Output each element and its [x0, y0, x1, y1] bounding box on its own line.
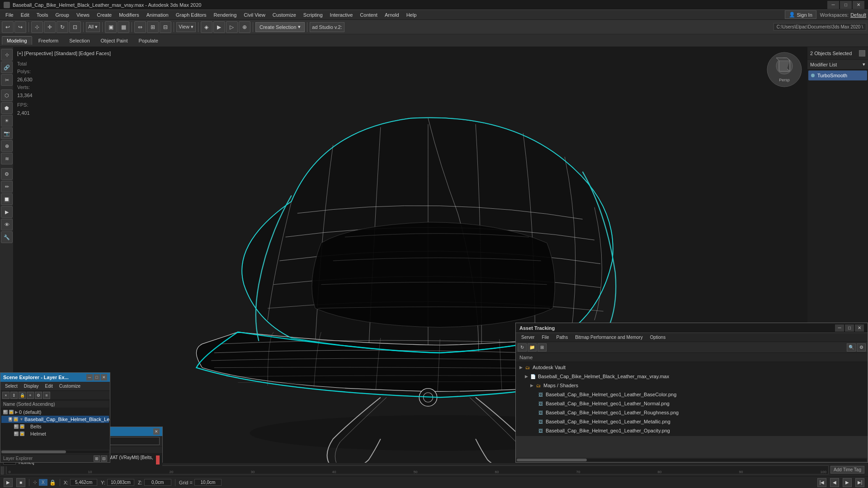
tab-modeling[interactable]: Modeling: [2, 36, 32, 45]
at-row-vault[interactable]: ▶ 🗂 Autodesk Vault: [516, 363, 868, 372]
link-btn[interactable]: 🔗: [1, 61, 13, 73]
menu-arnold[interactable]: Arnold: [381, 10, 403, 20]
sb-grid-value[interactable]: 10,0cm: [194, 479, 222, 486]
lights-btn[interactable]: ☀: [1, 115, 13, 127]
modifier-turbosmooth[interactable]: TurboSmooth: [808, 70, 867, 80]
menu-interactive[interactable]: Interactive: [326, 10, 357, 20]
mb-close-btn[interactable]: ✕: [153, 428, 160, 435]
at-scrollbar[interactable]: [516, 458, 868, 462]
menu-create[interactable]: Create: [93, 10, 115, 20]
filter-dropdown[interactable]: All ▾: [86, 22, 100, 32]
add-time-tag-btn[interactable]: Add Time Tag: [830, 466, 864, 474]
se-item-layer0[interactable]: 👁 🔒 ▶ 0 (default): [1, 408, 109, 416]
cameras-btn[interactable]: 📷: [1, 127, 13, 139]
tab-object-paint[interactable]: Object Paint: [96, 37, 132, 45]
paint-btn[interactable]: ✏: [1, 181, 13, 192]
display-btn[interactable]: 👁: [1, 219, 13, 230]
motion-btn[interactable]: ▶: [1, 206, 13, 218]
menu-graph-editors[interactable]: Graph Editors: [172, 10, 210, 20]
move-button[interactable]: ✛: [44, 21, 56, 33]
at-row-normal[interactable]: 🖼 Baseball_Cap_Bike_Helmet_geo1_Leather_…: [516, 399, 868, 408]
at-close-btn[interactable]: ✕: [855, 324, 864, 332]
timeline-play-btn[interactable]: [1, 465, 4, 474]
at-menu-file[interactable]: File: [538, 334, 552, 341]
sb-stop-btn[interactable]: ■: [16, 478, 25, 487]
menu-help[interactable]: Help: [403, 10, 420, 20]
menu-group[interactable]: Group: [52, 10, 73, 20]
at-minimize-btn[interactable]: ─: [835, 324, 844, 332]
se-menu-select[interactable]: Select: [2, 383, 20, 389]
at-scroll-thumb[interactable]: [517, 459, 587, 461]
sb-frame-next-btn[interactable]: ▶|: [855, 478, 864, 487]
se-lock-btn[interactable]: 🔒: [19, 392, 26, 399]
sb-frame-prev-btn[interactable]: |◀: [817, 478, 826, 487]
menu-civil-view[interactable]: Civil View: [240, 10, 269, 20]
se-menu-customize[interactable]: Customize: [57, 383, 83, 389]
select-region-button[interactable]: ▣: [105, 21, 117, 33]
menu-animation[interactable]: Animation: [143, 10, 172, 20]
menu-tools[interactable]: Tools: [33, 10, 52, 20]
menu-scripting[interactable]: Scripting: [300, 10, 326, 20]
scene-btn[interactable]: 🔲: [1, 193, 13, 205]
view-dropdown[interactable]: View ▾: [176, 22, 196, 32]
at-refresh-btn[interactable]: ↻: [518, 343, 527, 352]
sb-x-value[interactable]: 5,462cm: [70, 479, 97, 486]
sb-y-value[interactable]: 10,083cm: [107, 479, 134, 486]
renderer-btn[interactable]: ◈: [201, 21, 212, 33]
at-menu-bitmap[interactable]: Bitmap Performance and Memory: [571, 334, 646, 341]
close-button[interactable]: ✕: [853, 1, 864, 9]
at-row-metallic[interactable]: 🖼 Baseball_Cap_Bike_Helmet_geo1_Leather_…: [516, 417, 868, 426]
se-item-helmet[interactable]: 👁 🔒 Helmet: [1, 430, 109, 437]
menu-content[interactable]: Content: [356, 10, 381, 20]
mirror-button[interactable]: ⇔: [134, 21, 146, 33]
select-object-btn[interactable]: ⊹: [1, 49, 13, 61]
se-more-btn[interactable]: ≡: [43, 392, 50, 399]
unlink-btn[interactable]: ✂: [1, 74, 13, 86]
at-folder-btn[interactable]: 📁: [528, 343, 537, 352]
ad-studio-dropdown[interactable]: ad Studio v.2:: [310, 22, 344, 32]
menu-views[interactable]: Views: [73, 10, 93, 20]
render3-btn[interactable]: ⊕: [239, 21, 250, 33]
at-row-maxfile[interactable]: ▶ 📄 Baseball_Cap_Bike_Helmet_Black_Leath…: [516, 372, 868, 381]
se-footer-btn2[interactable]: ⊟: [101, 455, 107, 462]
menu-modifiers[interactable]: Modifiers: [115, 10, 143, 20]
redo-button[interactable]: ↪: [14, 21, 26, 33]
se-footer-btn1[interactable]: ⊞: [94, 455, 100, 462]
undo-button[interactable]: ↩: [2, 21, 14, 33]
workspace-value[interactable]: Default: [850, 12, 866, 18]
render2-btn[interactable]: ▷: [226, 21, 238, 33]
render-btn[interactable]: ▶: [213, 21, 225, 33]
systems-btn[interactable]: ⚙: [1, 168, 13, 180]
se-menu-display[interactable]: Display: [21, 383, 42, 389]
helpers-btn[interactable]: ⊕: [1, 140, 13, 152]
select-button[interactable]: ⊹: [31, 21, 43, 33]
at-menu-server[interactable]: Server: [518, 334, 538, 341]
se-close-btn[interactable]: ✕: [101, 374, 107, 380]
tab-freeform[interactable]: Freeform: [34, 37, 63, 45]
rp-menu-icon[interactable]: [859, 50, 865, 56]
se-menu-edit[interactable]: Edit: [42, 383, 56, 389]
sign-in-area[interactable]: 👤 Sign In: [785, 10, 816, 19]
rotate-button[interactable]: ↻: [57, 21, 68, 33]
at-search-btn[interactable]: 🔍: [847, 343, 856, 352]
se-item-cap[interactable]: 👁 🔒 ▼ Baseball_Cap_Bike_Helmet_Black_Lea…: [1, 416, 109, 423]
menu-file[interactable]: File: [2, 10, 17, 20]
at-menu-paths[interactable]: Paths: [553, 334, 572, 341]
se-settings-btn[interactable]: ⚙: [35, 392, 42, 399]
tab-selection[interactable]: Selection: [65, 37, 94, 45]
modifier-list-arrow[interactable]: ▾: [863, 61, 865, 67]
tab-populate[interactable]: Populate: [134, 37, 162, 45]
maximize-button[interactable]: □: [840, 1, 852, 9]
se-minimize-btn[interactable]: ─: [86, 374, 93, 380]
se-item-belts[interactable]: 👁 🔒 Belts: [1, 423, 109, 430]
at-row-basecolor[interactable]: 🖼 Baseball_Cap_Bike_Helmet_geo1_Leather_…: [516, 390, 868, 399]
at-maximize-btn[interactable]: □: [845, 324, 854, 332]
create-shape-btn[interactable]: ⬟: [1, 102, 13, 114]
at-grid-btn[interactable]: ⊞: [538, 343, 547, 352]
se-add-btn[interactable]: +: [27, 392, 34, 399]
menu-customize[interactable]: Customize: [269, 10, 300, 20]
at-settings-btn[interactable]: ⚙: [857, 343, 866, 352]
at-row-roughness[interactable]: 🖼 Baseball_Cap_Bike_Helmet_geo1_Leather_…: [516, 408, 868, 417]
window-crossing-button[interactable]: ▦: [118, 21, 129, 33]
at-menu-options[interactable]: Options: [646, 334, 669, 341]
